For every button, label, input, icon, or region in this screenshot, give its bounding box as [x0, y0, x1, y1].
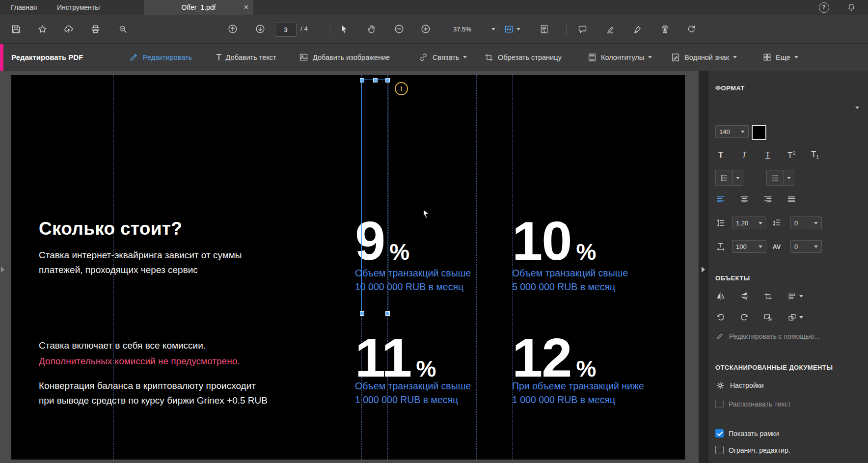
font-color-swatch[interactable]: [752, 125, 766, 140]
tier-rate-10[interactable]: 10%: [512, 214, 596, 269]
search-button[interactable]: [114, 20, 132, 38]
share-cloud-button[interactable]: [60, 20, 78, 38]
print-button[interactable]: [86, 20, 104, 38]
align-right-button[interactable]: [759, 191, 777, 207]
edit-using-button[interactable]: Редактировать с помощью...: [715, 332, 820, 341]
restrict-edit-label: Огранич. редактир.: [729, 446, 790, 454]
zoom-level-dropdown[interactable]: 37.5%: [449, 23, 499, 35]
add-text-button[interactable]: T Добавить текст: [216, 44, 276, 71]
tier-rate-12[interactable]: 12%: [512, 330, 596, 385]
save-button[interactable]: [7, 20, 25, 38]
paragraph-spacing-dropdown[interactable]: 0: [790, 217, 822, 229]
scan-settings-button[interactable]: Настройки: [715, 381, 764, 390]
zoom-in-button[interactable]: [417, 20, 434, 38]
pdf-page[interactable]: Сколько стоит? Ставка интернет-эквайринг…: [11, 75, 685, 460]
tier-caption-10[interactable]: Объем транзакций свыше 5 000 000 RUB в м…: [512, 266, 628, 294]
document-viewport[interactable]: Сколько стоит? Ставка интернет-эквайринг…: [0, 71, 699, 463]
arrange-dropdown[interactable]: [783, 309, 808, 325]
previous-page-button[interactable]: [224, 20, 242, 38]
rotate-ccw-button[interactable]: [712, 309, 730, 325]
crop-object-button[interactable]: [759, 288, 777, 304]
selection-handle[interactable]: [385, 78, 390, 82]
selection-handle[interactable]: [385, 311, 390, 316]
align-objects-dropdown[interactable]: [783, 288, 808, 304]
comment-button[interactable]: [573, 20, 591, 38]
align-center-icon: [739, 194, 749, 204]
arrow-down-circle-icon: [255, 24, 266, 34]
tier-caption-11[interactable]: Объем транзакций свыше 1 000 000 RUB в м…: [355, 379, 471, 407]
selected-textbox-frame[interactable]: [361, 80, 388, 314]
flip-vertical-button[interactable]: [735, 288, 753, 304]
selection-handle[interactable]: [360, 311, 364, 316]
subscript-button[interactable]: T1: [806, 147, 824, 163]
select-tool-button[interactable]: [335, 20, 353, 38]
add-image-button[interactable]: Добавить изображение: [298, 44, 390, 71]
flip-horizontal-button[interactable]: [712, 288, 730, 304]
collapse-panel-icon[interactable]: [702, 267, 705, 272]
zoom-out-button[interactable]: [390, 20, 408, 38]
restrict-edit-checkbox[interactable]: [715, 446, 724, 454]
plus-circle-icon: [420, 24, 431, 34]
tier-caption-12[interactable]: При объеме транзакций ниже 1 000 000 RUB…: [512, 379, 644, 407]
document-tab[interactable]: Offer_1.pdf ×: [144, 0, 253, 15]
align-center-button[interactable]: [735, 191, 753, 207]
warning-badge-icon[interactable]: !: [395, 82, 408, 95]
show-frames-checkbox[interactable]: [715, 429, 724, 437]
delete-button[interactable]: [656, 20, 674, 38]
watermark-dropdown[interactable]: Водяной знак: [671, 44, 737, 71]
recognize-text-checkbox[interactable]: [715, 400, 724, 408]
align-justify-button[interactable]: [783, 191, 800, 207]
align-left-button[interactable]: [712, 191, 730, 207]
pdf-conversion-line1: Конвертация баланса в криптовалюту проис…: [39, 379, 268, 393]
rotate-cw-button[interactable]: [735, 309, 753, 325]
pdf-intro-paragraph[interactable]: Ставка интернет-эквайринга зависит от су…: [39, 248, 242, 277]
help-button[interactable]: ?: [818, 1, 830, 13]
pdf-fees-paragraph[interactable]: Ставка включает в себя все комиссии. Доп…: [39, 338, 240, 369]
tab-close-icon[interactable]: ×: [244, 0, 248, 15]
fit-page-icon: [504, 24, 514, 34]
font-size-dropdown[interactable]: 140: [715, 125, 749, 138]
next-page-button[interactable]: [251, 20, 269, 38]
kerning-dropdown[interactable]: 0: [790, 240, 822, 253]
left-panel-expand-icon[interactable]: [1, 267, 4, 272]
horizontal-scale-dropdown[interactable]: 100: [732, 240, 766, 253]
notifications-button[interactable]: [845, 1, 857, 13]
page-display-button[interactable]: [535, 20, 553, 38]
show-frames-checkbox-row[interactable]: Показать рамки: [715, 429, 779, 437]
superscript-button[interactable]: T1: [783, 147, 800, 163]
bullet-list-dropdown[interactable]: [715, 170, 743, 186]
chevron-down-icon: [516, 28, 520, 30]
add-text-label: Добавить текст: [226, 54, 276, 61]
recognize-text-checkbox-row[interactable]: Распознавать текст: [715, 400, 791, 408]
replace-image-button[interactable]: [759, 309, 777, 325]
star-button[interactable]: [33, 20, 51, 38]
selection-handle[interactable]: [360, 78, 364, 82]
tab-tools[interactable]: Инструменты: [54, 0, 103, 15]
font-family-dropdown[interactable]: [855, 107, 859, 109]
page-number-input[interactable]: [275, 23, 297, 37]
watermark-icon: [671, 53, 680, 62]
bold-button[interactable]: T: [712, 147, 730, 163]
edit-mode-button[interactable]: Редактировать: [129, 44, 192, 71]
underline-button[interactable]: T: [759, 147, 777, 163]
highlight-button[interactable]: [601, 20, 619, 38]
flip-horizontal-icon: [716, 291, 726, 301]
pdf-heading[interactable]: Сколько стоит?: [39, 218, 182, 239]
selection-handle[interactable]: [373, 78, 378, 82]
italic-button[interactable]: T: [735, 147, 753, 163]
help-icon: ?: [819, 2, 829, 13]
restrict-edit-checkbox-row[interactable]: Огранич. редактир.: [715, 446, 790, 454]
crop-page-button[interactable]: Обрезать страницу: [484, 44, 562, 71]
tab-home[interactable]: Главная: [8, 0, 40, 15]
refresh-button[interactable]: [682, 20, 700, 38]
hand-tool-button[interactable]: [363, 20, 380, 38]
line-spacing-dropdown[interactable]: 1.20: [732, 217, 766, 229]
sign-button[interactable]: [628, 20, 646, 38]
tier-rate-11[interactable]: 11%: [355, 330, 436, 385]
header-footer-dropdown[interactable]: Колонтитулы: [587, 44, 652, 71]
link-dropdown[interactable]: Связать: [418, 44, 467, 71]
more-dropdown[interactable]: Еще: [762, 44, 798, 71]
fit-width-dropdown[interactable]: [500, 20, 524, 38]
pdf-conversion-paragraph[interactable]: Конвертация баланса в криптовалюту проис…: [39, 379, 268, 408]
numbered-list-dropdown[interactable]: [766, 170, 794, 186]
